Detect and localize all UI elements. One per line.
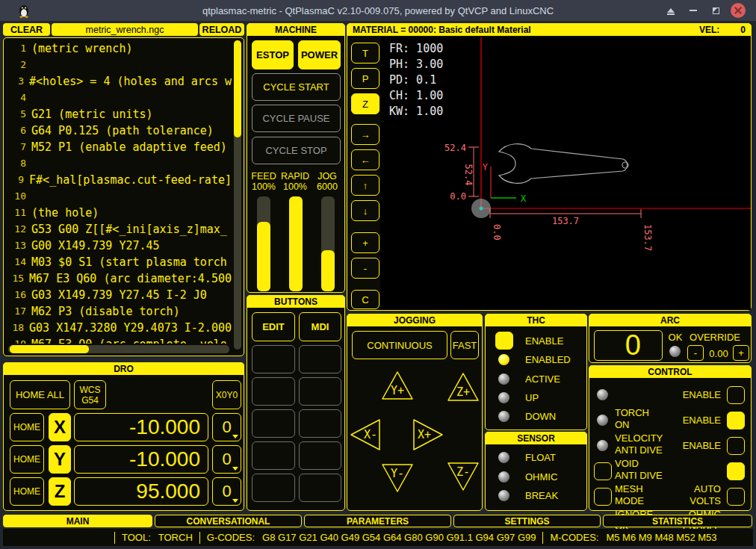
custom-button-slot[interactable] (252, 474, 295, 502)
break-sensor-label: BREAK (525, 490, 558, 501)
horizontal-scrollbar[interactable] (8, 345, 229, 353)
clear-plot-button[interactable]: C (351, 290, 379, 309)
custom-button-slot[interactable] (252, 441, 295, 470)
preview-perspective-button[interactable]: P (351, 68, 379, 89)
ohmic-enable-checkbox[interactable] (727, 488, 745, 506)
jog-speed-slider[interactable] (321, 196, 335, 291)
minimize-window-button[interactable] (686, 3, 701, 18)
torch-enable-label: ENABLE (683, 389, 721, 400)
custom-button-slot[interactable] (299, 377, 341, 406)
gcode-line: 8 (7, 155, 232, 172)
pan-up-button[interactable]: ↑ (351, 175, 379, 196)
gcode-preview-canvas[interactable]: FR: 1000 PH: 3.00 PD: 0.1 CH: 1.00 KW: 1… (380, 37, 751, 310)
cycle-pause-button[interactable]: CYCLE PAUSE (252, 105, 341, 132)
ignore-arc-ok-checkbox[interactable] (594, 488, 612, 506)
jog-x-minus-button[interactable]: X- (349, 418, 382, 452)
estop-button[interactable]: ESTOP (252, 40, 294, 69)
gcode-line: 7M52 P1 (enable adaptive feed) (7, 139, 232, 155)
shade-window-button[interactable] (663, 3, 678, 18)
tab-main[interactable]: MAIN (3, 515, 152, 527)
loaded-file-name: metric_wrench.ngc (52, 23, 198, 36)
gcode-line: 18G03 X147.3280 Y29.4073 I-2.000 (7, 320, 232, 336)
user-buttons-panel: BUTTONS EDIT MDI (247, 295, 345, 511)
gcode-line: 9F#<_hal[plasmac.cut-feed-rate] (7, 172, 232, 188)
custom-button-slot[interactable] (299, 441, 341, 470)
chevron-down-icon (232, 499, 238, 503)
dro-panel: DRO HOME ALL WCSG54 X0Y0 HOME X -10.000 … (3, 362, 244, 511)
cycle-start-button[interactable]: CYCLE START (252, 73, 341, 101)
home-y-button[interactable]: HOME (10, 445, 44, 474)
jog-y-minus-button[interactable]: Y- (380, 462, 415, 494)
custom-button-slot[interactable] (299, 409, 341, 438)
wcs-g54-button[interactable]: WCSG54 (74, 380, 106, 409)
torch-enable-checkbox[interactable] (727, 386, 745, 404)
override-minus-button[interactable]: - (687, 345, 704, 361)
thc-enable-checkbox[interactable] (495, 332, 513, 350)
pan-left-button[interactable]: ← (351, 149, 379, 170)
pan-down-button[interactable]: ↓ (351, 200, 379, 221)
jog-x-plus-button[interactable]: X+ (412, 418, 444, 452)
zero-z-dropdown[interactable]: 0 (212, 477, 241, 506)
rapid-override-slider[interactable] (289, 196, 303, 291)
zoom-in-button[interactable]: + (351, 232, 379, 253)
zero-x-dropdown[interactable]: 0 (212, 413, 241, 441)
axis-z-button[interactable]: Z (49, 477, 71, 506)
edit-button[interactable]: EDIT (252, 312, 295, 341)
feed-slider-fill (257, 222, 270, 291)
vertical-scrollbar-thumb[interactable] (234, 40, 241, 137)
svg-text:Z-: Z- (456, 465, 470, 479)
override-plus-button[interactable]: + (733, 345, 749, 361)
jog-fast-button[interactable]: FAST (450, 331, 479, 359)
jog-z-plus-button[interactable]: Z+ (446, 371, 480, 403)
gcode-text-area[interactable]: 1(metric wrench) 2 3#<holes> = 4 (holes … (7, 40, 232, 344)
chevron-down-icon (232, 467, 238, 471)
void-enable-checkbox[interactable] (727, 437, 745, 455)
tab-statistics[interactable]: STATISTICS (603, 515, 752, 527)
arc-ok-label: OK (666, 332, 685, 343)
cycle-stop-button[interactable]: CYCLE STOP (252, 137, 341, 164)
gcode-editor[interactable]: 1(metric wrench) 2 3#<holes> = 4 (holes … (3, 37, 244, 356)
mesh-mode-checkbox[interactable] (594, 462, 612, 480)
power-button[interactable]: POWER (298, 40, 341, 69)
velocity-enable-checkbox[interactable] (727, 412, 745, 429)
tab-conversational[interactable]: CONVERSATIONAL (155, 515, 302, 527)
preview-z-view-button[interactable]: Z (351, 93, 379, 114)
maximize-window-button[interactable] (708, 3, 723, 18)
zoom-out-button[interactable]: - (351, 258, 379, 279)
mdi-button[interactable]: MDI (299, 312, 341, 341)
jog-continuous-button[interactable]: CONTINUOUS (352, 331, 447, 359)
pan-right-button[interactable]: → (351, 124, 379, 145)
jog-z-minus-button[interactable]: Z- (446, 461, 480, 492)
tab-settings[interactable]: SETTINGS (453, 515, 601, 527)
close-window-button[interactable] (731, 3, 746, 18)
jog-y-plus-button[interactable]: Y+ (380, 370, 415, 401)
axis-x-button[interactable]: X (49, 413, 71, 441)
axis-y-button[interactable]: Y (49, 445, 71, 474)
clear-file-button[interactable]: CLEAR (3, 23, 50, 36)
home-z-button[interactable]: HOME (10, 477, 44, 506)
gcode-line: 13G00 X149.739 Y27.45 (7, 238, 232, 254)
custom-button-slot[interactable] (252, 377, 295, 406)
reload-file-button[interactable]: RELOAD (199, 23, 244, 36)
x-axis-label: X (521, 193, 527, 204)
zero-y-dropdown[interactable]: 0 (212, 445, 241, 474)
x0y0-button[interactable]: X0Y0 (212, 380, 241, 409)
preview-top-view-button[interactable]: T (351, 43, 379, 63)
arc-panel: ARC 0 OK OVERRIDE - 0.00 + (589, 314, 752, 363)
feed-override-slider[interactable] (257, 196, 270, 291)
mcodes-label: M-CODES: (550, 532, 598, 543)
home-x-button[interactable]: HOME (10, 413, 44, 441)
custom-button-slot[interactable] (252, 409, 295, 438)
vertical-scrollbar[interactable] (234, 40, 241, 350)
rapid-slider-label: RAPID (279, 171, 312, 182)
gcode-line: 2 (7, 57, 232, 73)
home-all-button[interactable]: HOME ALL (10, 380, 70, 409)
horizontal-scrollbar-thumb[interactable] (10, 345, 89, 353)
tab-parameters[interactable]: PARAMETERS (304, 515, 451, 527)
thc-down-led (498, 411, 509, 422)
window-titlebar: qtplasmac-metric - QtPlasmaC v2.10-009.0… (0, 0, 756, 21)
custom-button-slot[interactable] (299, 474, 341, 502)
auto-volts-checkbox[interactable] (727, 462, 745, 480)
custom-button-slot[interactable] (299, 345, 341, 373)
custom-button-slot[interactable] (252, 345, 295, 373)
